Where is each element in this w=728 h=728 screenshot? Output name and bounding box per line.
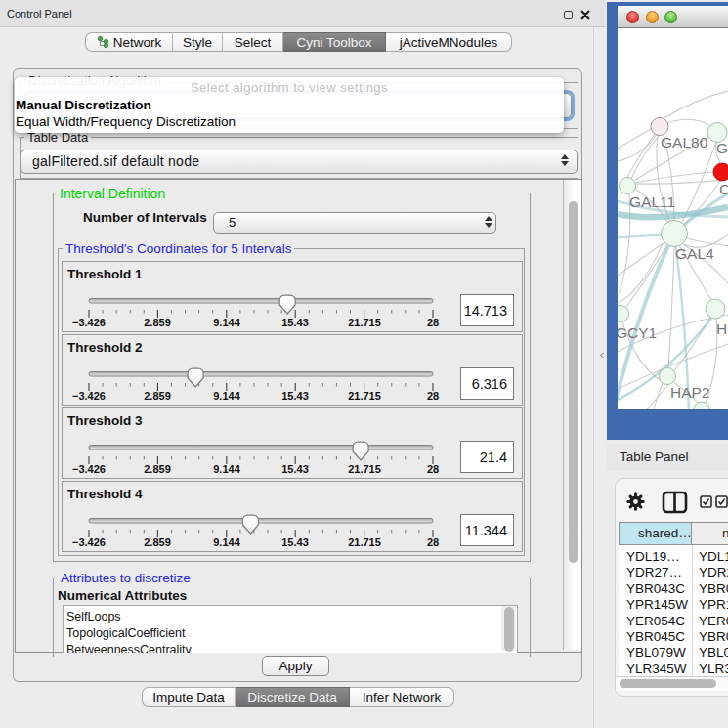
- svg-text:HAP2: HAP2: [670, 384, 710, 401]
- svg-text:GAL11: GAL11: [629, 193, 675, 210]
- svg-text:GAL3: GAL3: [716, 140, 728, 156]
- svg-text:GAL80: GAL80: [661, 134, 708, 150]
- svg-text:HIS: HIS: [716, 321, 728, 337]
- svg-text:GCY1: GCY1: [618, 324, 657, 341]
- svg-text:CDC19: CDC19: [719, 181, 728, 197]
- svg-text:GAL4: GAL4: [675, 245, 714, 262]
